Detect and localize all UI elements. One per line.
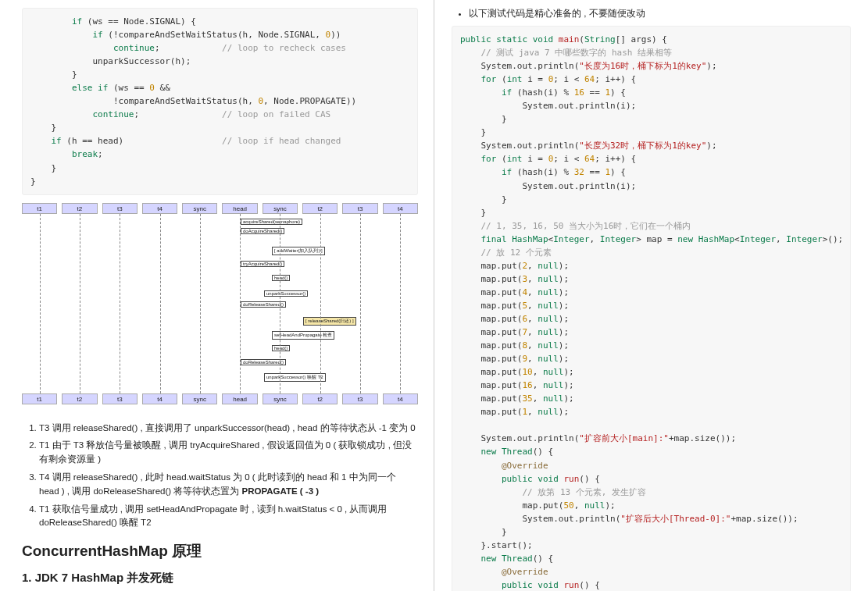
- step-item: T4 调用 releaseShared() , 此时 head.waitStat…: [39, 471, 418, 499]
- step-item: T1 由于 T3 释放信号量被唤醒 , 调用 tryAcquireShared …: [39, 439, 418, 467]
- code-block-release-shared: if (ws == Node.SIGNAL) { if (!compareAnd…: [22, 8, 418, 195]
- intro-bullet: 以下测试代码是精心准备的 , 不要随便改动: [469, 8, 851, 20]
- code-block-main-test: public static void main(String[] args) {…: [452, 26, 851, 591]
- lane-head: t3: [342, 393, 377, 404]
- lane-head: sync: [263, 393, 298, 404]
- lane-head: head: [222, 203, 257, 214]
- heading-jdk7-deadlink: 1. JDK 7 HashMap 并发死链: [22, 571, 418, 586]
- right-column: 以下测试代码是精心准备的 , 不要随便改动 public static void…: [434, 0, 868, 591]
- explanation-steps: T3 调用 releaseShared() , 直接调用了 unparkSucc…: [22, 422, 418, 531]
- lane-head: t3: [102, 203, 138, 214]
- lane-head: t1: [22, 393, 57, 404]
- lane-head: t3: [342, 203, 377, 214]
- lane-head: t1: [22, 203, 57, 214]
- lane-head: t4: [383, 393, 418, 404]
- step-item: T1 获取信号量成功 , 调用 setHeadAndPropagate 时 , …: [39, 503, 418, 531]
- lane-head: t2: [62, 203, 97, 214]
- step-item: T3 调用 releaseShared() , 直接调用了 unparkSucc…: [39, 422, 418, 436]
- lane-head: t4: [383, 203, 418, 214]
- left-column: if (ws == Node.SIGNAL) { if (!compareAnd…: [0, 0, 434, 591]
- lane-head: sync: [182, 203, 217, 214]
- lane-head: sync: [263, 203, 298, 214]
- lane-head: t2: [302, 203, 338, 214]
- heading-concurrenthashmap: ConcurrentHashMap 原理: [22, 541, 418, 561]
- lane-head: t3: [102, 393, 138, 404]
- lane-head: head: [222, 393, 257, 404]
- lane-head: t2: [62, 393, 97, 404]
- lane-head: t4: [142, 393, 177, 404]
- lane-head: t4: [142, 203, 177, 214]
- intro-list: 以下测试代码是精心准备的 , 不要随便改动: [452, 8, 851, 20]
- lane-head: sync: [182, 393, 217, 404]
- sequence-diagram: t1t2t3t4syncheadsynct2t3t4 acquireShared…: [22, 203, 418, 414]
- lane-head: t2: [302, 393, 338, 404]
